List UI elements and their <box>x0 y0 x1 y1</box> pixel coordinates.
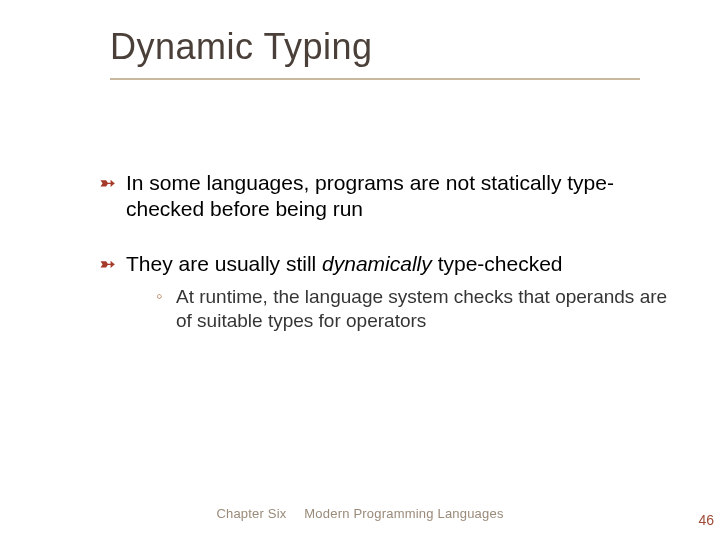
sub-bullet-icon: ◦ <box>156 285 162 308</box>
slide-footer: Chapter Six Modern Programming Languages… <box>0 506 720 528</box>
sub-bullet-item: ◦ At runtime, the language system checks… <box>126 285 670 333</box>
bullet-item: ➳ They are usually still dynamically typ… <box>100 251 670 333</box>
footer-page-number: 46 <box>698 512 714 528</box>
bullet-text-prefix: They are usually still <box>126 252 322 275</box>
sub-bullet-text: At runtime, the language system checks t… <box>176 286 667 331</box>
footer-book: Modern Programming Languages <box>304 506 503 521</box>
title-block: Dynamic Typing <box>110 26 680 80</box>
bullet-icon: ➳ <box>100 253 115 276</box>
slide-body: ➳ In some languages, programs are not st… <box>100 170 670 360</box>
bullet-text-suffix: type-checked <box>432 252 563 275</box>
bullet-text-em: dynamically <box>322 252 432 275</box>
bullet-icon: ➳ <box>100 172 115 195</box>
title-underline <box>110 78 640 80</box>
footer-center: Chapter Six Modern Programming Languages <box>0 506 720 521</box>
bullet-text: In some languages, programs are not stat… <box>126 171 614 220</box>
slide-title: Dynamic Typing <box>110 26 680 68</box>
slide: Dynamic Typing ➳ In some languages, prog… <box>0 0 720 540</box>
bullet-item: ➳ In some languages, programs are not st… <box>100 170 670 223</box>
footer-chapter: Chapter Six <box>216 506 286 521</box>
